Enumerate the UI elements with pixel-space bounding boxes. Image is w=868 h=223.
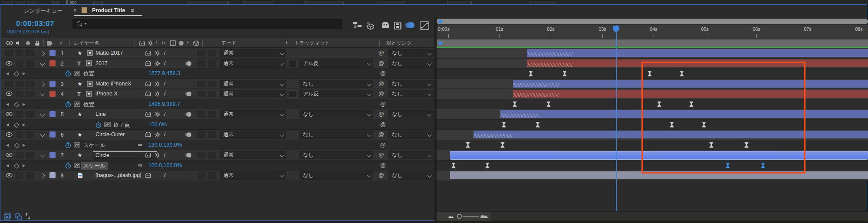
property-name[interactable]: 位置 bbox=[83, 101, 94, 108]
graph-icon[interactable] bbox=[74, 102, 80, 107]
parent-pick-whip-icon[interactable]: @ bbox=[378, 151, 384, 158]
property-row[interactable]: ◀▶終了点100.0%@ bbox=[1, 120, 434, 130]
quality-switch[interactable]: / bbox=[164, 80, 166, 87]
mode-dropdown[interactable]: 通常 bbox=[220, 151, 286, 159]
video-toggle[interactable] bbox=[5, 111, 13, 118]
3d-layer-switch[interactable] bbox=[208, 50, 216, 56]
expression-pick-whip-icon[interactable]: @ bbox=[380, 141, 386, 148]
mode-dropdown[interactable]: 通常 bbox=[220, 171, 286, 180]
frame-blend-switch[interactable] bbox=[197, 111, 205, 118]
toolbar-partial-dropdown[interactable] bbox=[378, 1, 404, 4]
index-column-label[interactable]: # bbox=[60, 40, 62, 45]
toolbar-partial-icon[interactable] bbox=[27, 1, 37, 4]
property-row[interactable]: ◀▶スケール∞100.0,100.0%@ bbox=[1, 161, 434, 171]
layer-row[interactable]: 3★Matte-iPhoneX/通常なし@なし bbox=[1, 79, 434, 89]
expand-chevron[interactable] bbox=[40, 152, 45, 157]
track-matte-dropdown[interactable]: なし bbox=[299, 171, 373, 180]
parent-link-column-label[interactable]: 親とリンク bbox=[386, 40, 412, 46]
frame-blend-switch[interactable] bbox=[197, 50, 205, 56]
layer-label-swatch[interactable] bbox=[49, 60, 56, 66]
quality-switch[interactable]: / bbox=[164, 151, 166, 158]
audio-toggle[interactable] bbox=[16, 91, 23, 97]
frame-blend-column-icon[interactable] bbox=[170, 40, 176, 46]
shy-switch[interactable] bbox=[145, 173, 151, 178]
toolbar-partial-dropdown[interactable] bbox=[529, 1, 556, 4]
audio-toggle[interactable] bbox=[16, 172, 23, 179]
collapse-column-icon[interactable] bbox=[148, 40, 153, 46]
parent-pick-whip-icon[interactable]: @ bbox=[378, 49, 384, 56]
toolbar-partial-dropdown[interactable] bbox=[447, 1, 472, 4]
parent-link-dropdown[interactable]: なし bbox=[388, 151, 434, 159]
solo-column-icon[interactable] bbox=[26, 41, 30, 45]
video-column-icon[interactable] bbox=[6, 41, 13, 45]
search-input[interactable] bbox=[72, 19, 342, 29]
layer-name[interactable]: [bagus-...plash.jpg] bbox=[95, 172, 141, 178]
toolbar-partial-icon[interactable] bbox=[93, 1, 103, 4]
layer-name[interactable]: Matte-2017 bbox=[95, 50, 123, 56]
mode-dropdown[interactable]: 通常 bbox=[220, 131, 286, 139]
stopwatch-icon[interactable] bbox=[65, 142, 71, 148]
track-matte-dropdown[interactable]: なし bbox=[299, 80, 373, 88]
parent-pick-whip-icon[interactable]: @ bbox=[378, 90, 384, 97]
track-matte-dropdown[interactable]: なし bbox=[299, 131, 373, 139]
toolbar-partial-dropdown[interactable] bbox=[187, 1, 229, 4]
parent-link-dropdown[interactable]: なし bbox=[388, 59, 434, 68]
shy-switch[interactable] bbox=[145, 153, 151, 157]
audio-toggle[interactable] bbox=[16, 131, 23, 138]
toolbar-partial-icon[interactable] bbox=[3, 1, 13, 4]
mode-dropdown[interactable]: 通常 bbox=[220, 90, 286, 98]
parent-pick-whip-icon[interactable]: @ bbox=[378, 172, 384, 178]
stopwatch-icon[interactable] bbox=[95, 121, 102, 128]
layer-row[interactable]: 8[bagus-...plash.jpg]/通常なし@なし bbox=[1, 171, 434, 181]
property-value[interactable]: 1577.9,458.3 bbox=[148, 70, 180, 76]
layer-label-swatch[interactable] bbox=[49, 111, 56, 117]
3d-layer-switch[interactable] bbox=[208, 131, 216, 138]
shy-switch[interactable] bbox=[145, 51, 151, 56]
collapse-switch[interactable] bbox=[155, 132, 160, 138]
video-toggle[interactable] bbox=[5, 131, 13, 138]
collapse-switch[interactable] bbox=[155, 112, 160, 117]
mode-column-label[interactable]: モード bbox=[221, 40, 237, 46]
add-keyframe-button[interactable] bbox=[14, 163, 20, 169]
layer-name[interactable]: iPhone X bbox=[95, 91, 118, 97]
parent-pick-whip-icon[interactable]: @ bbox=[378, 131, 384, 138]
keyframe-icon[interactable] bbox=[562, 71, 567, 76]
layer-name[interactable]: Circle-Outer bbox=[95, 131, 125, 138]
expression-pick-whip-icon[interactable]: @ bbox=[380, 121, 386, 128]
video-toggle[interactable] bbox=[5, 60, 13, 67]
add-keyframe-button[interactable] bbox=[14, 122, 20, 128]
work-area-start-handle[interactable] bbox=[438, 41, 442, 45]
solo-toggle[interactable] bbox=[26, 50, 34, 56]
keyframe-icon[interactable] bbox=[536, 122, 540, 128]
layer-label-swatch[interactable] bbox=[49, 91, 56, 97]
layer-label-swatch[interactable] bbox=[49, 131, 56, 138]
quality-switch[interactable]: / bbox=[164, 111, 166, 117]
add-keyframe-button[interactable] bbox=[14, 143, 20, 148]
tab-product-title[interactable]: × Product Title ≡ bbox=[73, 7, 134, 13]
graph-icon[interactable] bbox=[74, 71, 80, 76]
property-value[interactable]: 100.0,100.0% bbox=[148, 162, 182, 168]
shy-switch[interactable] bbox=[145, 132, 151, 137]
layer-label-swatch[interactable] bbox=[49, 81, 56, 87]
next-keyframe-button[interactable]: ▶ bbox=[23, 102, 25, 106]
expression-pick-whip-icon[interactable]: @ bbox=[380, 101, 386, 107]
expand-chevron[interactable] bbox=[40, 173, 45, 178]
property-name[interactable]: 終了点 bbox=[114, 121, 130, 129]
keyframe-icon[interactable] bbox=[529, 71, 533, 76]
keyframe-icon[interactable] bbox=[451, 163, 456, 168]
layer-label-swatch[interactable] bbox=[49, 50, 56, 56]
layer-row[interactable]: 7★Circle/通常なし@なし bbox=[1, 150, 434, 161]
3d-layer-switch[interactable] bbox=[208, 172, 216, 179]
previous-keyframe-button[interactable]: ◀ bbox=[6, 123, 9, 127]
panel-menu-icon[interactable]: ≡ bbox=[131, 7, 134, 13]
audio-toggle[interactable] bbox=[16, 50, 23, 56]
audio-toggle[interactable] bbox=[16, 152, 23, 158]
frame-blend-icon[interactable] bbox=[394, 21, 402, 30]
time-navigator-bar[interactable] bbox=[437, 19, 868, 24]
keyframe-icon[interactable] bbox=[502, 122, 506, 128]
solo-toggle[interactable] bbox=[26, 152, 34, 158]
3d-layer-switch[interactable] bbox=[208, 111, 216, 118]
preserve-transparency-label[interactable]: T bbox=[285, 40, 288, 45]
track-matte-dropdown[interactable]: アル反 bbox=[299, 59, 373, 68]
next-keyframe-button[interactable]: ▶ bbox=[23, 72, 25, 75]
